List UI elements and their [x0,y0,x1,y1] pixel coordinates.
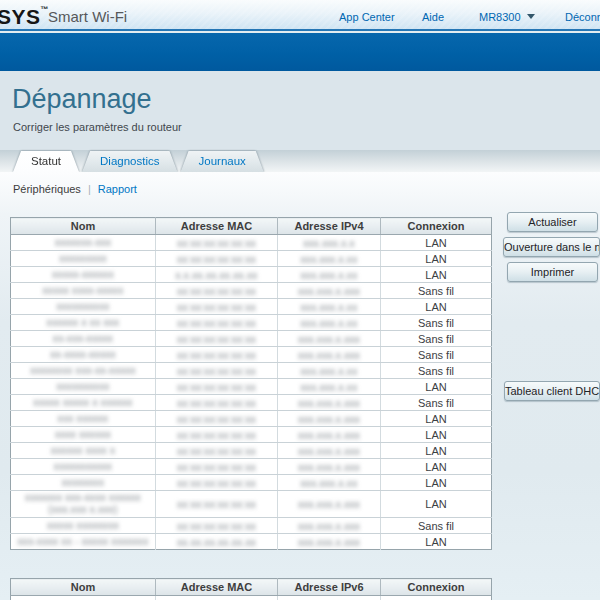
redacted-text: xx:xx:xx:xx:xx:xx [177,302,256,313]
device-ipv4-cell: xxx.xxx.x.xxx [278,491,381,518]
device-connection-cell: LAN [381,267,492,283]
device-connection-cell: LAN [381,475,492,491]
redacted-text: xxx.xxx.x.x [303,238,355,249]
device-table-row: xxxxx-xxxxxx x.x.xx.xx.xx.xx.xx xxx.xxx.… [11,267,492,283]
device-name-cell: xxxxxxxxxx [11,379,156,395]
device-name-cell: xxxxxxx xxx-xxxx xxxxxx (xxx.xxx x.xxx) [11,491,156,518]
redacted-text: xx:xx:xx:xx:xx:xx [177,499,256,510]
dhcp-client-table-button[interactable]: Tableau client DHCP [504,381,600,401]
nav-router-dropdown[interactable]: MR8300 [479,11,535,23]
device-table-row: xxxxxxxxxxx xx:xx:xx:xx:xx:xx xxx.xxx.x.… [11,459,492,475]
device-name-cell: xxxxx xxxx-xxxxx [11,283,156,299]
open-in-browser-button[interactable]: Ouverture dans le nav... [503,237,600,257]
redacted-text: xxxxxxxxx [59,253,107,265]
redacted-text: xx.xx.xx.xx.xx.xx [177,537,256,548]
page-banner: Dépannage Corriger les paramètres du rou… [0,71,600,150]
redacted-text: xxx.xxx.x.xxx [298,334,360,345]
top-bar: SYS™ Smart Wi-Fi App Center Aide MR8300 … [0,0,600,31]
col-header-ipv6: Adresse IPv6 [278,579,381,596]
device-mac-cell: xx:xx:xx:xx:xx:xx [156,379,278,395]
col-header-nom: Nom [11,218,156,235]
redacted-text: xxxxxxxxxx [57,381,110,393]
empty-cell [156,596,278,600]
redacted-text: xx:xx:xx:xx:xx:xx [177,366,256,377]
device-connection-cell: LAN [381,379,492,395]
device-ipv4-cell: xxx.xxx.x.xxx [278,534,381,550]
smart-wifi-label: Smart Wi-Fi [48,8,127,25]
refresh-button[interactable]: Actualiser [507,212,598,232]
view-peripheriques[interactable]: Périphériques [13,183,81,195]
device-mac-cell: xx.xx.xx.xx.xx.xx [156,534,278,550]
device-name-cell: xxxxx xxxxx x xxxxxx [11,395,156,411]
redacted-text: xxx.xxx.x.xxx [298,350,360,361]
redacted-text: xxxxxxx xxx-xxxx xxxxxx (xxx.xxx x.xxx) [14,492,152,516]
nav-link-help[interactable]: Aide [422,11,444,23]
device-ipv4-cell: xxx.xxx.x.x [278,235,381,251]
redacted-text: xxx.xxx.x.xx [301,254,358,265]
device-connection-cell: LAN [381,299,492,315]
redacted-text: xx:xx:xx:xx:xx:xx [177,521,256,532]
device-name-cell: xxxxxxx-xxx [11,235,156,251]
device-connection-cell: LAN [381,251,492,267]
device-ipv4-cell: xxx.xxx.x.xxx [278,427,381,443]
redacted-text: xx:xx:xx:xx:xx:xx [177,238,256,249]
redacted-text: xxx.xxx.x.xx [301,302,358,313]
device-table-body: xxxxxxx-xxx xx:xx:xx:xx:xx:xx xxx.xxx.x.… [11,235,492,550]
redacted-text: xxxxxx x xx xxx [47,317,120,329]
device-mac-cell: xx:xx:xx:xx:xx:xx [156,491,278,518]
redacted-text: xxxxx xxxx-xxxxx [43,285,124,297]
redacted-text: xxx.xxx.x.xxx [298,499,360,510]
redacted-text: xx:xx:xx:xx:xx:xx [177,446,256,457]
redacted-text: xxxxxx xxxx x [51,445,115,457]
page-subtitle: Corriger les paramètres du routeur [13,121,182,133]
redacted-text: xx-xxxx-xxxxx [50,349,116,361]
device-table-header-row: Nom Adresse MAC Adresse IPv4 Connexion [11,218,492,235]
redacted-text: xxxxx xxxxxxxx [47,520,119,532]
redacted-text: xxxxxxxxxx [57,301,110,313]
header-blue-band [0,33,600,71]
redacted-text: xx:xx:xx:xx:xx:xx [177,318,256,329]
redacted-text: xxx.xxx.x.xx [301,318,358,329]
redacted-text: xxx.xxx.x.xxx [298,430,360,441]
nav-link-logout[interactable]: Déconnexion [565,11,600,23]
redacted-text: xx:xx:xx:xx:xx:xx [177,286,256,297]
redacted-text: xxxxxxxx xxx-xx-xxxxx [30,365,136,377]
device-ipv4-cell: xxx.xxx.x.xx [278,299,381,315]
device-table: Nom Adresse MAC Adresse IPv4 Connexion x… [10,217,492,550]
nav-link-app-center[interactable]: App Center [339,11,395,23]
view-rapport-link[interactable]: Rapport [98,183,137,195]
redacted-text: xxx.xxx.x.xxx [298,537,360,548]
device-connection-cell: LAN [381,459,492,475]
device-mac-cell: xx:xx:xx:xx:xx:xx [156,347,278,363]
ipv6-table: Nom Adresse MAC Adresse IPv6 Connexion [10,578,492,600]
device-connection-cell: LAN [381,427,492,443]
redacted-text: xx:xx:xx:xx:xx:xx [177,382,256,393]
view-separator: | [88,183,91,195]
redacted-text: x.x.xx.xx.xx.xx.xx [175,270,257,281]
chevron-down-icon [527,14,535,19]
tab-diagnostics[interactable]: Diagnostics [82,151,177,172]
print-button[interactable]: Imprimer [507,262,598,282]
tab-journaux[interactable]: Journaux [181,151,264,172]
col-header-connexion: Connexion [381,579,492,596]
device-ipv4-cell: xxx.xxx.x.xxx [278,347,381,363]
redacted-text: xxx.xxx.x.xxx [298,398,360,409]
tab-statut[interactable]: Statut [13,151,79,172]
device-table-row: xxxxxxxxxx xx:xx:xx:xx:xx:xx xxx.xxx.x.x… [11,299,492,315]
redacted-text: xx:xx:xx:xx:xx:xx [177,430,256,441]
device-name-cell: xxxxxx xxxx x [11,443,156,459]
device-ipv4-cell: xxx.xxx.x.xx [278,379,381,395]
device-connection-cell: LAN [381,411,492,427]
col-header-mac: Adresse MAC [156,579,278,596]
device-ipv4-cell: xxx.xxx.x.xxx [278,331,381,347]
device-ipv4-cell: xxx.xxx.x.xxx [278,283,381,299]
device-table-row: xxxxxxxx xxx-xx-xxxxx xx:xx:xx:xx:xx:xx … [11,363,492,379]
device-connection-cell: Sans fil [381,331,492,347]
device-mac-cell: xx:xx:xx:xx:xx:xx [156,299,278,315]
device-connection-cell: Sans fil [381,518,492,534]
col-header-nom: Nom [11,579,156,596]
redacted-text: xxx.xxx.x.xx [301,270,358,281]
device-table-row: xxxxx xxxx-xxxxx xx:xx:xx:xx:xx:xx xxx.x… [11,283,492,299]
redacted-text: xxxxxxx-xxx [55,237,112,249]
device-connection-cell: Sans fil [381,283,492,299]
